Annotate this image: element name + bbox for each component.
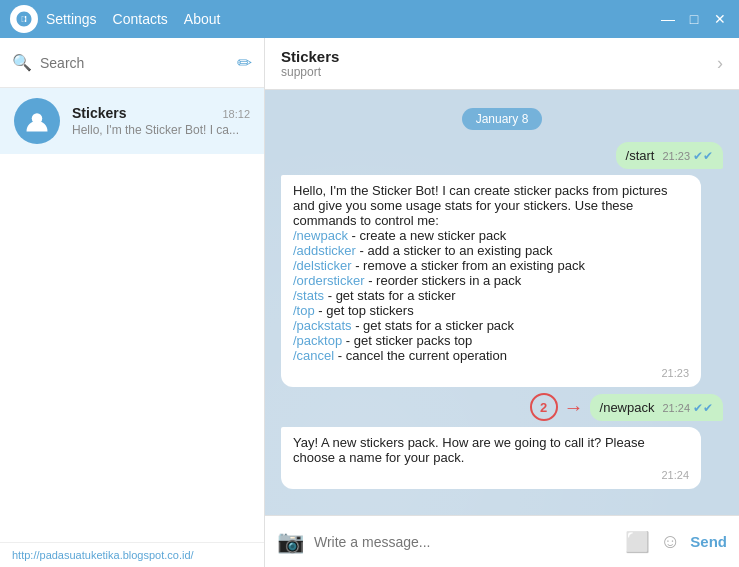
cmd-newpack-link[interactable]: /newpack	[293, 228, 348, 243]
cmd-ordersticker-link[interactable]: /ordersticker	[293, 273, 365, 288]
search-bar: 🔍 ✏	[0, 38, 264, 88]
search-icon: 🔍	[12, 53, 32, 72]
chat-header-name: Stickers	[281, 48, 717, 65]
messages-list: January 8 /start 21:23 ✔✔ Hello, I'm the…	[265, 90, 739, 515]
chat-list-item[interactable]: Stickers 18:12 Hello, I'm the Sticker Bo…	[0, 88, 264, 154]
close-button[interactable]: ✕	[711, 10, 729, 28]
chat-header-arrow-icon[interactable]: ›	[717, 53, 723, 74]
search-input[interactable]	[40, 55, 229, 71]
compose-icon[interactable]: ✏	[237, 52, 252, 74]
chat-header: Stickers support ›	[265, 38, 739, 90]
titlebar-controls: — □ ✕	[659, 10, 729, 28]
cmd-stats-link[interactable]: /stats	[293, 288, 324, 303]
message-out-newpack: /newpack 21:24 ✔✔	[590, 394, 723, 421]
step-circle: 2	[530, 393, 558, 421]
chat-time: 18:12	[222, 108, 250, 120]
bot-msg2-time: 21:24	[661, 469, 689, 481]
menu-settings[interactable]: Settings	[46, 11, 97, 27]
chat-header-info: Stickers support	[281, 48, 717, 79]
cmd-delsticker-desc: - remove a sticker from an existing pack	[352, 258, 585, 273]
cmd-delsticker-link[interactable]: /delsticker	[293, 258, 352, 273]
cmd-cancel-link[interactable]: /cancel	[293, 348, 334, 363]
cmd-addsticker-desc: - add a sticker to an existing pack	[356, 243, 553, 258]
cmd-newpack-desc: - create a new sticker pack	[348, 228, 506, 243]
maximize-button[interactable]: □	[685, 10, 703, 28]
message-input[interactable]	[314, 534, 615, 550]
newpack-checkmark-icon: ✔✔	[693, 401, 713, 415]
emoji-icon[interactable]: ☺	[660, 530, 680, 553]
message-in-bot2: Yay! A new stickers pack. How are we goi…	[281, 427, 701, 489]
cmd-packtop-desc: - get sticker packs top	[342, 333, 472, 348]
cmd-top-link[interactable]: /top	[293, 303, 315, 318]
app-logo	[10, 5, 38, 33]
sticker-icon[interactable]: ⬜	[625, 530, 650, 554]
message-out-start: /start 21:23 ✔✔	[616, 142, 723, 169]
msg-text: /start	[626, 148, 655, 163]
avatar	[14, 98, 60, 144]
sidebar: 🔍 ✏ Stickers 18:12 Hello, I'm the Sticke…	[0, 38, 265, 567]
bot-msg-line-1: Hello, I'm the Sticker Bot! I can create…	[293, 183, 689, 228]
menu-about[interactable]: About	[184, 11, 221, 27]
chat-name: Stickers	[72, 105, 126, 121]
cmd-packtop-link[interactable]: /packtop	[293, 333, 342, 348]
chat-header-sub: support	[281, 65, 717, 79]
newpack-text: /newpack	[600, 400, 655, 415]
menu-contacts[interactable]: Contacts	[113, 11, 168, 27]
message-in-bot: Hello, I'm the Sticker Bot! I can create…	[281, 175, 701, 387]
checkmark-icon: ✔✔	[693, 149, 713, 163]
chat-info: Stickers 18:12 Hello, I'm the Sticker Bo…	[72, 105, 250, 137]
main-layout: 🔍 ✏ Stickers 18:12 Hello, I'm the Sticke…	[0, 38, 739, 567]
bot-msg-time: 21:23	[661, 367, 689, 379]
bot-msg2-text: Yay! A new stickers pack. How are we goi…	[293, 435, 689, 465]
cmd-addsticker-link[interactable]: /addsticker	[293, 243, 356, 258]
sidebar-footer: http://padasuatuketika.blogspot.co.id/	[0, 542, 264, 567]
chat-preview: Hello, I'm the Sticker Bot! I ca...	[72, 123, 250, 137]
cmd-ordersticker-desc: - reorder stickers in a pack	[365, 273, 522, 288]
titlebar: Settings Contacts About — □ ✕	[0, 0, 739, 38]
minimize-button[interactable]: —	[659, 10, 677, 28]
titlebar-menu: Settings Contacts About	[46, 11, 659, 27]
cmd-top-desc: - get top stickers	[315, 303, 414, 318]
input-bar: 📷 ⬜ ☺ Send	[265, 515, 739, 567]
cmd-packstats-link[interactable]: /packstats	[293, 318, 352, 333]
step-row: 2 → /newpack 21:24 ✔✔	[530, 393, 723, 421]
newpack-meta: 21:24 ✔✔	[662, 401, 713, 415]
msg-meta: 21:23 ✔✔	[662, 149, 713, 163]
camera-icon[interactable]: 📷	[277, 529, 304, 555]
date-badge: January 8	[462, 108, 543, 130]
cmd-stats-desc: - get stats for a sticker	[324, 288, 456, 303]
step-arrow-icon: →	[564, 396, 584, 419]
chat-area: Stickers support › January 8 /start 21:2…	[265, 38, 739, 567]
cmd-packstats-desc: - get stats for a sticker pack	[352, 318, 515, 333]
send-button[interactable]: Send	[690, 533, 727, 550]
cmd-cancel-desc: - cancel the current operation	[334, 348, 507, 363]
